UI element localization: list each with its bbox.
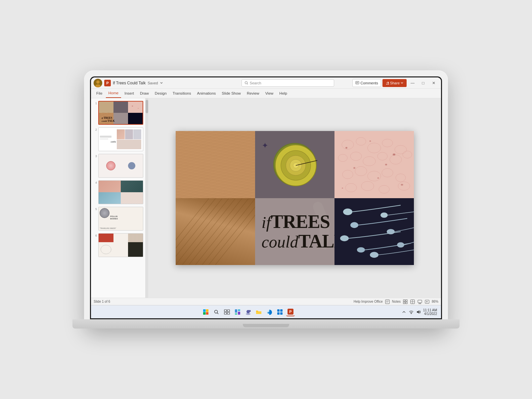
clock-display[interactable]: 11:11 AM 4/1/2022 bbox=[423, 308, 437, 316]
tab-file[interactable]: File bbox=[94, 89, 105, 98]
svg-line-4 bbox=[247, 83, 248, 84]
notes-label[interactable]: Notes bbox=[392, 300, 401, 303]
slide-thumb-4[interactable]: 4 bbox=[93, 180, 143, 204]
tab-view[interactable]: View bbox=[263, 89, 276, 98]
svg-point-27 bbox=[355, 166, 367, 176]
slide-num-3: 3 bbox=[93, 154, 97, 158]
svg-point-24 bbox=[390, 155, 402, 164]
slide-thumb-5[interactable]: 5 POLLIN BODIES "TRAVELIN bbox=[93, 207, 143, 231]
maximize-button[interactable]: □ bbox=[419, 79, 428, 87]
slide-thumb-6[interactable]: 6 bbox=[93, 233, 143, 257]
svg-point-30 bbox=[396, 174, 406, 182]
ppt-taskbar-button[interactable]: P bbox=[286, 308, 295, 316]
svg-rect-66 bbox=[227, 310, 230, 312]
share-label: Share bbox=[390, 81, 400, 85]
taskbar: P bbox=[91, 305, 441, 318]
slide-panel-scrollbar[interactable] bbox=[146, 98, 148, 298]
store-button[interactable] bbox=[276, 308, 284, 316]
help-improve: Help Improve Office bbox=[354, 300, 383, 303]
title-bar-right: Comments Share — □ ✕ bbox=[352, 79, 438, 87]
tab-home[interactable]: Home bbox=[106, 89, 121, 98]
svg-rect-67 bbox=[224, 312, 227, 314]
status-bar-left: Slide 1 of 6 bbox=[94, 300, 110, 303]
tab-transitions[interactable]: Transitions bbox=[170, 89, 194, 98]
microscope-circle bbox=[273, 143, 316, 186]
svg-point-81 bbox=[411, 313, 412, 314]
share-chevron-icon bbox=[401, 82, 403, 84]
file-explorer-icon bbox=[256, 309, 262, 315]
slideshow-icon[interactable] bbox=[424, 299, 430, 304]
slide-num-6: 6 bbox=[93, 233, 97, 237]
slide-thumb-1[interactable]: 1 if TREES could bbox=[93, 101, 143, 125]
wifi-icon[interactable] bbox=[409, 309, 414, 315]
title-line-1: ifTREES bbox=[262, 212, 334, 232]
widgets-button[interactable] bbox=[233, 308, 242, 316]
title-bar: P If Trees Could Talk Saved Search bbox=[91, 77, 441, 89]
svg-rect-72 bbox=[238, 312, 240, 315]
svg-point-18 bbox=[382, 139, 393, 147]
chat-icon bbox=[245, 309, 251, 315]
slide-thumb-2[interactable]: 2 cells bbox=[93, 127, 143, 151]
search-area: Search bbox=[223, 79, 352, 87]
svg-point-34 bbox=[398, 182, 410, 190]
tab-slideshow[interactable]: Slide Show bbox=[219, 89, 244, 98]
file-explorer-button[interactable] bbox=[254, 308, 263, 316]
tab-review[interactable]: Review bbox=[244, 89, 262, 98]
slide-thumb-3[interactable]: 3 bbox=[93, 154, 143, 178]
share-button[interactable]: Share bbox=[382, 79, 407, 87]
close-button[interactable]: ✕ bbox=[429, 79, 438, 87]
svg-rect-59 bbox=[203, 309, 206, 312]
tab-design[interactable]: Design bbox=[152, 89, 169, 98]
presenter-view-icon[interactable] bbox=[417, 299, 422, 304]
svg-rect-61 bbox=[203, 312, 206, 315]
tab-help[interactable]: Help bbox=[277, 89, 290, 98]
svg-point-28 bbox=[368, 171, 381, 181]
volume-icon[interactable] bbox=[416, 309, 421, 315]
microscope-svg bbox=[274, 144, 317, 187]
main-area: 1 if TREES could bbox=[91, 98, 441, 298]
title-could: could bbox=[262, 233, 298, 251]
svg-point-33 bbox=[379, 185, 389, 193]
slide-num-4: 4 bbox=[93, 180, 97, 184]
task-view-button[interactable] bbox=[223, 308, 231, 316]
svg-point-8 bbox=[101, 245, 111, 254]
slide3-circle-pink bbox=[106, 161, 115, 170]
slide-img-5: POLLIN BODIES "TRAVELING SEEDS" bbox=[98, 207, 143, 231]
svg-point-75 bbox=[246, 313, 250, 315]
title-if: if bbox=[262, 213, 271, 232]
system-tray-expand[interactable] bbox=[401, 309, 407, 315]
search-taskbar-button[interactable] bbox=[212, 308, 221, 316]
comments-button[interactable]: Comments bbox=[352, 79, 381, 87]
comments-label: Comments bbox=[360, 81, 378, 85]
svg-point-19 bbox=[395, 145, 407, 154]
svg-point-23 bbox=[377, 152, 387, 160]
svg-point-3 bbox=[245, 81, 247, 84]
time-display: 11:11 AM bbox=[423, 308, 437, 312]
screen: P If Trees Could Talk Saved Search bbox=[91, 77, 441, 318]
svg-point-41 bbox=[370, 252, 378, 258]
user-avatar bbox=[94, 79, 102, 87]
chat-button[interactable] bbox=[244, 308, 252, 316]
sperm-cells-svg bbox=[334, 198, 414, 265]
svg-rect-68 bbox=[227, 312, 230, 314]
slide-num-1: 1 bbox=[93, 101, 97, 105]
start-button[interactable] bbox=[201, 308, 210, 316]
tab-draw[interactable]: Draw bbox=[137, 89, 152, 98]
tab-animations[interactable]: Animations bbox=[194, 89, 218, 98]
search-icon bbox=[244, 81, 248, 85]
search-box[interactable]: Search bbox=[242, 79, 334, 87]
ribbon: File Home Insert Draw Design Transitions… bbox=[91, 89, 441, 98]
notes-icon[interactable] bbox=[385, 299, 390, 304]
svg-rect-78 bbox=[280, 309, 283, 312]
wood-grain-svg bbox=[176, 198, 255, 265]
edge-button[interactable] bbox=[265, 308, 274, 316]
grid-view-icon[interactable] bbox=[410, 299, 415, 304]
minimize-button[interactable]: — bbox=[408, 79, 417, 87]
slide-num-2: 2 bbox=[93, 127, 97, 131]
normal-view-icon[interactable] bbox=[403, 299, 408, 304]
svg-line-64 bbox=[217, 313, 218, 314]
title-bar-left: P If Trees Could Talk Saved bbox=[94, 79, 223, 87]
tab-insert[interactable]: Insert bbox=[122, 89, 137, 98]
svg-rect-53 bbox=[418, 300, 422, 303]
svg-point-39 bbox=[380, 212, 388, 218]
